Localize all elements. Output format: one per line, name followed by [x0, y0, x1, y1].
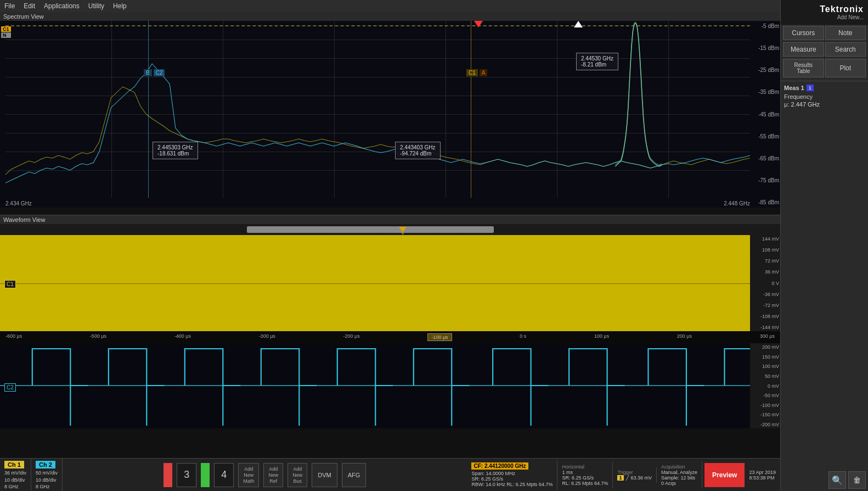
num4-button[interactable]: 4: [214, 463, 234, 487]
sidebar-btn-row-2: Measure Search: [781, 41, 868, 58]
cyan-y-axis: 200 mV 150 mV 100 mV 50 mV 0 mV -50 mV -…: [750, 343, 780, 428]
cyan-waveform: C2 200 mV 150 mV 100 mV 50 mV 0 mV -50 m…: [0, 343, 780, 428]
marker-info: 2.44530 GHz -8.21 dBm: [576, 53, 618, 70]
meas1-label: Frequency: [784, 93, 865, 100]
trash-icon: 🗑: [853, 476, 861, 484]
spectrum-x-axis: 2.434 GHz 2.448 GHz: [5, 200, 750, 207]
meas1-badge: 1: [807, 85, 814, 91]
menu-utility[interactable]: Utility: [88, 2, 104, 10]
main-area: File Edit Applications Utility Help Spec…: [0, 0, 780, 491]
add-math-label: Add: [244, 466, 253, 472]
brand-add-new[interactable]: Add New...: [785, 14, 864, 20]
waveform-view-title: Waveform View: [0, 215, 780, 224]
ch2-badge: Ch 2 50 mV/div 10 dB/div 8 GHz: [36, 459, 58, 490]
add-math-label3: Math: [243, 478, 254, 484]
search-button[interactable]: Search: [825, 42, 866, 57]
add-bus-button[interactable]: Add New Bus: [288, 463, 307, 487]
cursor-b-line: [148, 21, 149, 198]
cursor1-tooltip: 2.445303 GHz -18.631 dBm: [153, 142, 198, 159]
spectrum-view: Spectrum View C1 N: [0, 12, 780, 215]
meas1-section: Meas 1 1 Frequency μ: 2.447 GHz: [781, 81, 868, 112]
add-ref-button[interactable]: Add New Ref: [263, 463, 283, 487]
cursor-b-badge: B C2: [144, 69, 165, 76]
zoom-icon: 🔍: [832, 475, 843, 486]
spectrum-y-axis: -5 dBm -15 dBm -25 dBm -35 dBm -45 dBm -…: [750, 21, 780, 208]
yellow-zero-line: [0, 283, 750, 284]
wave-x-axis: -600 μs -500 μs -400 μs -300 μs -200 μs …: [0, 331, 780, 343]
horizontal-info: Horizontal 1 ms SR: 6.25 GS/s RL: 6.25 M…: [557, 462, 613, 488]
menu-edit[interactable]: Edit: [24, 2, 35, 10]
menu-bar: File Edit Applications Utility Help: [0, 0, 780, 12]
spectrum-view-title: Spectrum View: [0, 12, 780, 21]
ch3-color-bar: [164, 463, 172, 487]
ch1-info: Ch 1 36 mV/div 10 dB/div 8 GHz: [0, 457, 31, 491]
add-math-label2: New: [244, 472, 253, 478]
meas1-title: Meas 1: [784, 85, 804, 91]
spectrum-svg: [5, 21, 750, 198]
measure-button[interactable]: Measure: [783, 42, 824, 57]
meas1-header: Meas 1 1: [784, 85, 865, 91]
add-math-button[interactable]: Add New Math: [238, 463, 259, 487]
highlight-x-label: -100 μs: [427, 333, 452, 341]
sidebar-btn-row-1: Cursors Note: [781, 25, 868, 41]
waveform-view: Waveform View T C1: [0, 215, 780, 458]
sidebar-btn-row-3: ResultsTable Plot: [781, 58, 868, 79]
cursor2-tooltip: 2.443403 GHz -94.724 dBm: [395, 142, 441, 159]
cursors-button[interactable]: Cursors: [783, 26, 824, 40]
acquisition-info: Acquisition Manual, Analyze Sample: 12 b…: [657, 462, 702, 488]
note-button[interactable]: Note: [825, 26, 866, 40]
brand-header: Tektronix Add New...: [781, 0, 868, 25]
cursor-c1-badge: C1 A: [466, 69, 487, 76]
spectrum-info: CF: 2.44120000 GHz Span: 14.0000 MHz SR:…: [467, 460, 557, 489]
preview-button[interactable]: Preview: [704, 463, 745, 487]
ch2-info: Ch 2 50 mV/div 10 dB/div 8 GHz: [31, 457, 63, 491]
waveform-timeline[interactable]: T: [0, 224, 780, 235]
ch1-badge: Ch 1 36 mV/div 10 dB/div 8 GHz: [4, 459, 26, 490]
spectrum-canvas: C1 N B C2 C1: [0, 21, 780, 208]
zoom-button[interactable]: 🔍: [828, 471, 846, 489]
yellow-waveform: C1 144 mV 108 mV 72 mV 36 mV 0 V -36 mV …: [0, 235, 780, 331]
sidebar-bottom: 🔍 🗑: [781, 469, 868, 491]
middle-controls: 3 4 Add New Math Add New Ref Add New Bus…: [63, 463, 467, 487]
timeline-scrollbar[interactable]: [247, 226, 494, 233]
c2-waveform-label: C2: [4, 383, 16, 392]
menu-help[interactable]: Help: [113, 2, 127, 10]
ref-marker: [574, 21, 583, 27]
datetime-info: 23 Apr 2019 8:53:38 PM: [745, 467, 780, 483]
right-sidebar: Tektronix Add New... Cursors Note Measur…: [780, 0, 868, 491]
num3-button[interactable]: 3: [177, 463, 196, 487]
brand-name: Tektronix: [785, 4, 864, 14]
menu-file[interactable]: File: [4, 2, 15, 10]
yellow-y-axis: 144 mV 108 mV 72 mV 36 mV 0 V -36 mV -72…: [750, 235, 780, 331]
trigger-info: Trigger 1 ╱ 63.36 mV: [613, 467, 657, 483]
trigger-marker: [474, 21, 483, 27]
dvm-button[interactable]: DVM: [312, 463, 337, 487]
ch4-color-bar: [201, 463, 210, 487]
plot-button[interactable]: Plot: [825, 59, 866, 77]
afg-button[interactable]: AFG: [342, 463, 367, 487]
waveform-panels: C1 144 mV 108 mV 72 mV 36 mV 0 V -36 mV …: [0, 235, 780, 428]
cursor-a-line: [471, 21, 471, 198]
bottom-toolbar: Ch 1 36 mV/div 10 dB/div 8 GHz Ch 2 50 m…: [0, 458, 780, 491]
c1-waveform-label: C1: [4, 280, 16, 288]
trash-button[interactable]: 🗑: [848, 471, 866, 489]
menu-applications[interactable]: Applications: [44, 2, 80, 10]
results-table-button[interactable]: ResultsTable: [783, 59, 824, 77]
cyan-pulses-svg: [0, 343, 780, 428]
meas1-value-row: μ: 2.447 GHz: [784, 101, 865, 108]
